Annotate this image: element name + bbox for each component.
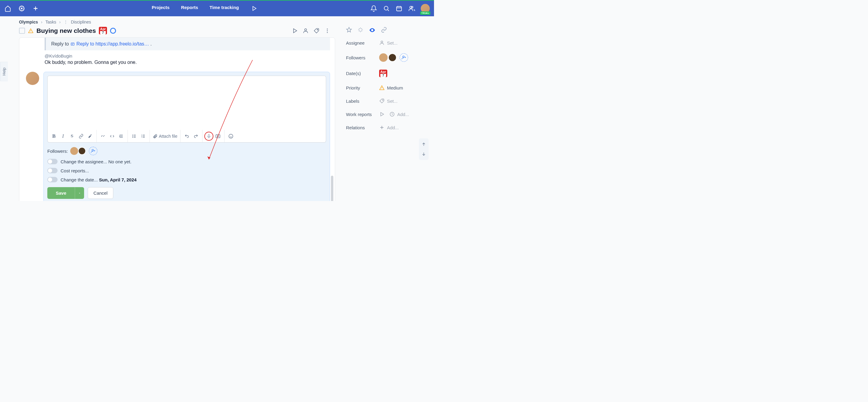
play-icon[interactable]	[292, 28, 298, 34]
bold-icon[interactable]: B	[50, 132, 59, 141]
editor-toolbar: B I S	[47, 130, 326, 143]
steering-wheel-icon[interactable]	[18, 5, 25, 12]
highlight-icon[interactable]	[86, 132, 95, 141]
save-button[interactable]: Save	[47, 187, 75, 199]
reply-msg-icon	[70, 41, 76, 47]
svg-rect-10	[71, 43, 74, 45]
sb-work-value[interactable]: Add...	[379, 112, 434, 117]
person-icon[interactable]	[303, 28, 309, 34]
svg-point-22	[381, 41, 383, 43]
sb-date-day: 7	[380, 74, 386, 77]
people-icon[interactable]	[408, 5, 415, 12]
option-cost: Cost reports...	[47, 168, 326, 173]
sparkle-icon[interactable]	[358, 27, 364, 33]
sb-followers-label: Followers	[346, 55, 379, 60]
toggle-date[interactable]	[47, 177, 58, 182]
svg-point-23	[403, 56, 404, 58]
option-cost-label: Cost reports...	[61, 168, 89, 173]
follower-avatar[interactable]	[78, 147, 86, 155]
sb-labels-value[interactable]: Set...	[379, 98, 434, 104]
calendar-icon[interactable]	[396, 5, 403, 12]
add-follower-button[interactable]	[89, 147, 97, 155]
save-dropdown-button[interactable]	[75, 187, 84, 199]
bullet-list-icon[interactable]	[130, 132, 138, 141]
sb-relations-value[interactable]: Add...	[379, 125, 434, 130]
sb-set-text: Set...	[387, 98, 398, 104]
sb-dates-value[interactable]: Apr 7	[379, 70, 434, 77]
code-icon[interactable]	[107, 132, 117, 141]
cancel-button[interactable]: Cancel	[88, 187, 113, 199]
sb-priority-value[interactable]: Medium	[379, 85, 434, 90]
scroll-down-icon[interactable]	[421, 151, 427, 157]
emoji-icon[interactable]	[226, 132, 236, 141]
toggle-cost[interactable]	[47, 168, 58, 173]
reply-quote: Reply to Reply to https://app.freelo.io/…	[44, 38, 330, 50]
redo-icon[interactable]	[191, 132, 200, 141]
sb-followers-value[interactable]	[379, 53, 434, 62]
star-icon[interactable]	[346, 27, 352, 33]
quote-icon[interactable]	[98, 132, 107, 141]
nav-projects[interactable]: Projects	[152, 5, 169, 12]
follower-avatar[interactable]	[388, 53, 397, 62]
task-title[interactable]: Buying new clothes	[36, 27, 96, 34]
date-month: Apr	[100, 27, 106, 31]
sb-assignee-value[interactable]: Set...	[379, 40, 434, 45]
nav-reports[interactable]: Reports	[181, 5, 198, 12]
svg-point-20	[92, 150, 93, 151]
video-icon[interactable]	[213, 132, 222, 141]
home-icon[interactable]	[4, 5, 11, 12]
svg-point-5	[305, 29, 307, 31]
svg-point-6	[317, 29, 318, 30]
crumb-section[interactable]: Disciplines	[71, 20, 91, 24]
reply-prefix: Reply to	[51, 41, 70, 47]
toggle-assignee[interactable]	[47, 159, 58, 164]
sb-add-text: Add...	[397, 112, 409, 117]
help-tab[interactable]: Help	[0, 62, 8, 81]
svg-point-21	[372, 30, 373, 31]
play-outline-icon[interactable]	[250, 5, 258, 12]
sb-assignee-label: Assignee	[346, 40, 379, 45]
scroll-controls	[419, 138, 429, 160]
top-navbar: Projects Reports Time tracking TRIAL	[0, 1, 434, 16]
sb-relations-label: Relations	[346, 125, 379, 130]
crumb-tasks[interactable]: Tasks	[45, 20, 56, 24]
status-circle-icon[interactable]	[110, 28, 116, 34]
task-header: Buying new clothes Apr 7	[19, 27, 335, 37]
indent-icon[interactable]	[117, 132, 126, 141]
follower-avatar[interactable]	[379, 53, 388, 62]
numbered-list-icon[interactable]: 123	[138, 132, 148, 141]
nav-time-tracking[interactable]: Time tracking	[210, 5, 239, 12]
option-date-prefix: Change the date...	[61, 177, 99, 182]
strikethrough-icon[interactable]: S	[67, 132, 76, 141]
bell-icon[interactable]	[370, 5, 377, 12]
eye-icon[interactable]	[369, 27, 375, 33]
svg-point-7	[327, 28, 328, 29]
microphone-icon[interactable]	[204, 132, 213, 141]
svg-point-1	[21, 8, 22, 9]
more-icon[interactable]	[324, 28, 330, 34]
editor-textarea[interactable]	[47, 75, 326, 130]
plus-icon[interactable]	[32, 5, 39, 12]
attach-file-button[interactable]: Attach file	[150, 130, 181, 142]
italic-icon[interactable]: I	[59, 132, 67, 141]
task-checkbox[interactable]	[19, 28, 25, 34]
mention-text: @KvídoBugin	[44, 53, 330, 58]
undo-icon[interactable]	[182, 132, 191, 141]
sb-labels-label: Labels	[346, 98, 379, 104]
svg-point-19	[229, 134, 233, 138]
search-icon[interactable]	[383, 5, 390, 12]
link-icon[interactable]	[76, 132, 86, 141]
user-avatar[interactable]: TRIAL	[421, 4, 430, 13]
date-badge[interactable]: Apr 7	[99, 27, 107, 34]
crumb-project[interactable]: Olympics	[19, 20, 38, 24]
tag-icon[interactable]	[313, 28, 319, 34]
reply-link[interactable]: Reply to https://app.freelo.io/tas…	[76, 41, 149, 47]
svg-point-24	[382, 100, 383, 100]
follower-avatar[interactable]	[70, 147, 78, 155]
link-chain-icon[interactable]	[381, 27, 387, 33]
task-sidebar: Assignee Set... Followers	[346, 27, 434, 201]
scroll-up-icon[interactable]	[421, 141, 427, 147]
scrollbar[interactable]	[331, 176, 333, 201]
add-follower-button[interactable]	[400, 53, 408, 62]
kebab-icon[interactable]: ⋮	[64, 20, 68, 24]
